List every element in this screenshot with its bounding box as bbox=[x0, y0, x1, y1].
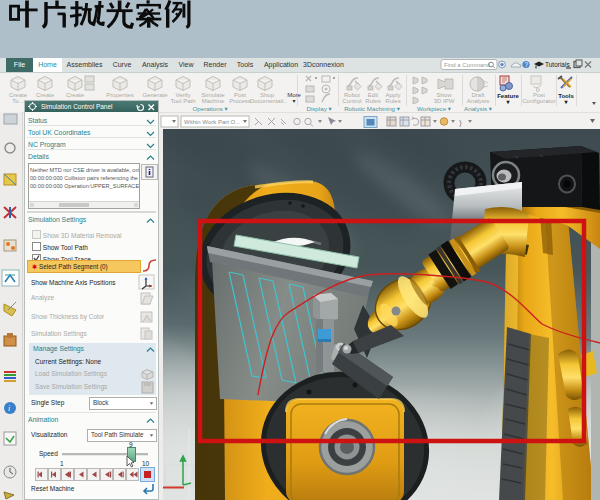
svg-text:Tutorials: Tutorials bbox=[545, 61, 570, 68]
svg-text:): ) bbox=[459, 118, 462, 127]
svg-text:Within Work Part O...: Within Work Part O... bbox=[184, 119, 241, 125]
svg-text:i: i bbox=[8, 404, 10, 413]
svg-text:Find a Command: Find a Command bbox=[444, 62, 490, 68]
svg-text:?: ? bbox=[524, 61, 528, 68]
